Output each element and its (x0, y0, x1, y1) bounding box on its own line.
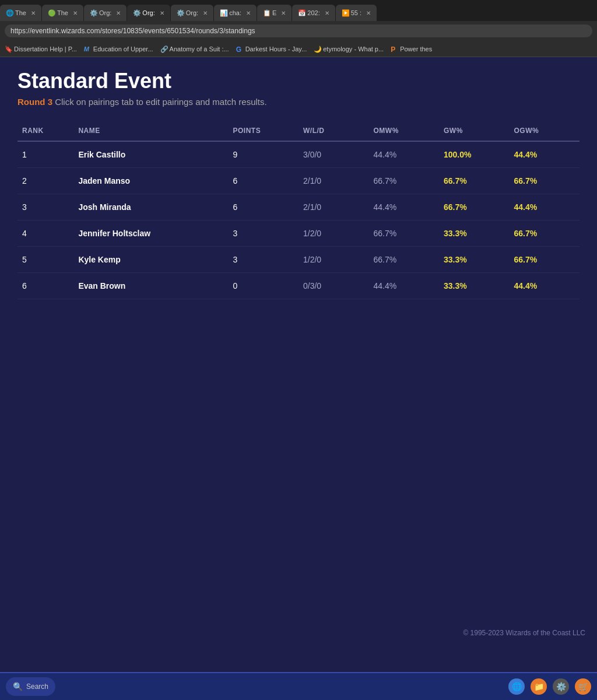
tab-bar: 🌐 The ✕ 🟢 The ✕ ⚙️ Org: ✕ ⚙️ Org: ✕ ⚙️ O… (0, 0, 597, 21)
bookmark-icon-3: 🔗 (160, 46, 167, 52)
cell-points-2: 6 (228, 194, 298, 220)
cell-ogw-2: 44.4% (509, 194, 580, 220)
cell-rank-4: 5 (17, 247, 73, 273)
tab-close-7[interactable]: ✕ (281, 10, 286, 16)
address-bar[interactable] (5, 24, 592, 37)
tab-favicon-3: ⚙️ (90, 9, 97, 16)
cell-gw-1: 66.7% (439, 168, 510, 194)
bookmark-4[interactable]: G Darkest Hours - Jay... (236, 46, 307, 52)
bookmark-icon-5: 🌙 (314, 46, 321, 52)
tab-close-1[interactable]: ✕ (31, 10, 36, 16)
taskbar-icon-store[interactable]: 🛒 (575, 678, 591, 695)
bookmark-6[interactable]: P Power thes (391, 46, 432, 52)
tab-6[interactable]: 📊 cha: ✕ (214, 5, 257, 21)
bookmark-icon-1: 🔖 (5, 46, 12, 52)
cell-points-5: 0 (228, 273, 298, 299)
bookmark-icon-6: P (391, 46, 398, 52)
bookmarks-bar: 🔖 Dissertation Help | P... M Education o… (0, 41, 597, 57)
tab-close-9[interactable]: ✕ (366, 10, 371, 16)
tab-label-8: 202: (307, 9, 319, 16)
bookmark-label-5: etymology - What p... (323, 46, 384, 52)
col-header-omw: OMW% (368, 121, 439, 141)
tab-1[interactable]: 🌐 The ✕ (0, 5, 41, 21)
tab-close-4[interactable]: ✕ (160, 10, 164, 16)
cell-wld-3: 1/2/0 (298, 220, 369, 247)
bookmark-3[interactable]: 🔗 Anatomy of a Suit :... (160, 46, 229, 52)
tab-3[interactable]: ⚙️ Org: ✕ (84, 5, 127, 21)
cell-gw-3: 33.3% (439, 220, 510, 247)
cell-wld-5: 0/3/0 (298, 273, 369, 299)
tab-close-6[interactable]: ✕ (246, 10, 251, 16)
cell-omw-3: 66.7% (368, 220, 439, 247)
page-title: Standard Event (17, 69, 580, 93)
round-info: Round 3 Click on pairings tab to edit pa… (17, 97, 580, 107)
cell-ogw-3: 66.7% (509, 220, 580, 247)
cell-ogw-1: 66.7% (509, 168, 580, 194)
cell-rank-3: 4 (17, 220, 73, 247)
tab-label-6: cha: (229, 9, 241, 16)
tab-label-7: E (272, 9, 276, 16)
tab-favicon-1: 🌐 (6, 9, 13, 16)
tab-label-9: 55 : (351, 9, 361, 16)
taskbar-icons: 🌐 📁 ⚙️ 🛒 (508, 678, 591, 695)
taskbar-icon-files[interactable]: 📁 (531, 678, 547, 695)
cell-gw-2: 66.7% (439, 194, 510, 220)
table-row: 2 Jaden Manso 6 2/1/0 66.7% 66.7% 66.7% (17, 168, 580, 194)
cell-gw-0: 100.0% (439, 141, 510, 168)
table-row: 5 Kyle Kemp 3 1/2/0 66.7% 33.3% 66.7% (17, 247, 580, 273)
cell-gw-5: 33.3% (439, 273, 510, 299)
cell-omw-5: 44.4% (368, 273, 439, 299)
cell-points-4: 3 (228, 247, 298, 273)
cell-rank-5: 6 (17, 273, 73, 299)
browser-chrome: 🌐 The ✕ 🟢 The ✕ ⚙️ Org: ✕ ⚙️ Org: ✕ ⚙️ O… (0, 0, 597, 57)
address-bar-row (0, 21, 597, 41)
tab-close-2[interactable]: ✕ (73, 10, 78, 16)
round-label: Round 3 (17, 97, 52, 107)
tab-favicon-9: ▶️ (342, 9, 349, 16)
search-icon: 🔍 (13, 682, 23, 691)
cell-rank-0: 1 (17, 141, 73, 168)
col-header-name: NAME (73, 121, 228, 141)
bookmark-5[interactable]: 🌙 etymology - What p... (314, 46, 384, 52)
tab-favicon-2: 🟢 (48, 9, 55, 16)
tab-7[interactable]: 📋 E ✕ (257, 5, 292, 21)
cell-points-1: 6 (228, 168, 298, 194)
tab-close-3[interactable]: ✕ (116, 10, 121, 16)
bookmark-2[interactable]: M Education of Upper... (84, 46, 153, 52)
tab-label-5: Org: (186, 9, 198, 16)
taskbar-icon-browser[interactable]: 🌐 (508, 678, 525, 695)
taskbar-icon-settings[interactable]: ⚙️ (553, 678, 569, 695)
standings-table: RANK NAME POINTS W/L/D OMW% GW% OGW% 1 E… (17, 121, 580, 299)
bookmark-label-3: Anatomy of a Suit :... (170, 46, 229, 52)
col-header-gw: GW% (439, 121, 510, 141)
tab-favicon-5: ⚙️ (177, 9, 184, 16)
bookmark-icon-2: M (84, 46, 91, 52)
table-row: 1 Erik Castillo 9 3/0/0 44.4% 100.0% 44.… (17, 141, 580, 168)
tab-close-5[interactable]: ✕ (203, 10, 208, 16)
tab-5[interactable]: ⚙️ Org: ✕ (171, 5, 213, 21)
cell-omw-1: 66.7% (368, 168, 439, 194)
tab-9[interactable]: ▶️ 55 : ✕ (336, 5, 377, 21)
cell-name-5: Evan Brown (73, 273, 228, 299)
bookmark-1[interactable]: 🔖 Dissertation Help | P... (5, 46, 77, 52)
table-row: 4 Jennifer Holtsclaw 3 1/2/0 66.7% 33.3%… (17, 220, 580, 247)
cell-wld-1: 2/1/0 (298, 168, 369, 194)
col-header-wld: W/L/D (298, 121, 369, 141)
tab-2[interactable]: 🟢 The ✕ (42, 5, 83, 21)
tab-favicon-8: 📅 (298, 9, 305, 16)
page-content: Standard Event Round 3 Click on pairings… (0, 57, 597, 672)
tab-label-2: The (57, 9, 68, 16)
cell-points-3: 3 (228, 220, 298, 247)
bookmark-label-4: Darkest Hours - Jay... (245, 46, 307, 52)
tab-label-3: Org: (99, 9, 111, 16)
taskbar-search[interactable]: 🔍 Search (6, 677, 55, 696)
cell-name-4: Kyle Kemp (73, 247, 228, 273)
tab-close-8[interactable]: ✕ (325, 10, 329, 16)
tab-favicon-4: ⚙️ (133, 9, 140, 16)
tab-4[interactable]: ⚙️ Org: ✕ (127, 5, 170, 21)
tab-favicon-6: 📊 (220, 9, 227, 16)
bookmark-icon-4: G (236, 46, 243, 52)
tab-8[interactable]: 📅 202: ✕ (292, 5, 335, 21)
cell-name-1: Jaden Manso (73, 168, 228, 194)
table-row: 3 Josh Miranda 6 2/1/0 44.4% 66.7% 44.4% (17, 194, 580, 220)
